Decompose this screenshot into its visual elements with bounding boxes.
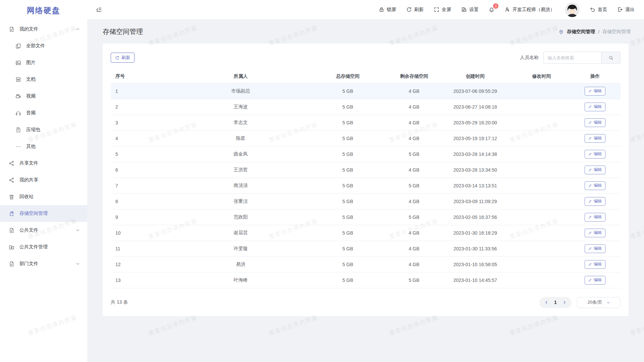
cell-remaining: 4 GB xyxy=(391,256,437,272)
cell-modified xyxy=(514,272,570,288)
next-page-button[interactable] xyxy=(560,298,569,307)
cell-owner: 叶海峰 xyxy=(177,272,305,288)
edit-button[interactable]: 编辑 xyxy=(585,134,605,143)
cell-created: 2023-07-06 09:55:29 xyxy=(437,83,514,99)
page-size-select[interactable]: 20条/页 xyxy=(577,297,621,308)
breadcrumb-root[interactable]: 存储空间管理 xyxy=(567,29,595,35)
user-menu[interactable]: 开发工程师（易洪） xyxy=(504,7,555,13)
sidebar-item-other[interactable]: 其他 xyxy=(0,138,87,155)
sidebar-item-public-file-management[interactable]: 公共文件管理 xyxy=(0,239,87,255)
column-header: 总存储空间 xyxy=(305,70,391,83)
home-button[interactable]: 首页 xyxy=(590,7,607,13)
refresh-table-button[interactable]: 刷新 xyxy=(111,53,135,63)
cell-remaining: 5 GB xyxy=(391,272,437,288)
edit-button[interactable]: 编辑 xyxy=(585,244,605,253)
edit-button[interactable]: 编辑 xyxy=(585,276,605,285)
audio-icon xyxy=(15,110,21,116)
current-page[interactable]: 1 xyxy=(551,300,560,305)
cell-no: 9 xyxy=(111,209,177,225)
edit-button[interactable]: 编辑 xyxy=(585,118,605,127)
edit-button[interactable]: 编辑 xyxy=(585,229,605,237)
sidebar-item-label: 公共文件管理 xyxy=(19,244,48,250)
search-button[interactable] xyxy=(601,52,621,64)
refresh-page-label: 刷新 xyxy=(414,7,424,13)
sidebar-item-images[interactable]: 图片 xyxy=(0,54,87,71)
breadcrumb-separator: / xyxy=(598,29,599,35)
search-input[interactable] xyxy=(543,52,601,64)
edit-button[interactable]: 编辑 xyxy=(585,87,605,96)
edit-button-label: 编辑 xyxy=(594,230,602,236)
prev-page-button[interactable] xyxy=(542,298,551,307)
edit-button[interactable]: 编辑 xyxy=(585,181,605,190)
cell-owner: 许雯璇 xyxy=(177,241,305,256)
cell-modified xyxy=(514,115,570,130)
logout-icon xyxy=(617,7,623,12)
sidebar-item-all-files[interactable]: 全部文件 xyxy=(0,38,87,54)
sidebar-item-label: 存储空间管理 xyxy=(19,210,48,217)
breadcrumb-current: 存储空间管理 xyxy=(602,29,631,35)
refresh-table-label: 刷新 xyxy=(121,55,130,61)
page-size-value: 20条/页 xyxy=(587,299,602,305)
pencil-icon xyxy=(588,168,592,172)
cell-modified xyxy=(514,83,570,99)
pencil-icon xyxy=(588,152,592,156)
pencil-icon xyxy=(588,231,592,235)
cell-actions: 编辑 xyxy=(570,99,621,115)
column-header: 操作 xyxy=(570,70,621,83)
table-row: 11许雯璇5 GB4 GB2023-01-30 11:33:56编辑 xyxy=(111,241,621,256)
avatar-image xyxy=(565,2,580,17)
sidebar-item-my-files[interactable]: 我的文件 xyxy=(0,21,87,38)
table-row: 1市场副总5 GB4 GB2023-07-06 09:55:29编辑 xyxy=(111,83,621,99)
home-back-icon xyxy=(590,7,595,12)
sidebar-item-shared-files[interactable]: 共享文件 xyxy=(0,155,87,172)
chevron-down-icon xyxy=(76,228,80,232)
fullscreen-button[interactable]: 全屏 xyxy=(434,7,451,13)
column-header: 修改时间 xyxy=(514,70,570,83)
sidebar-item-recycle-bin[interactable]: 回收站 xyxy=(0,188,87,205)
cell-created: 2023-06-27 14:08:18 xyxy=(437,99,514,115)
column-header: 序号 xyxy=(111,70,177,83)
edit-button[interactable]: 编辑 xyxy=(585,197,605,206)
cell-total: 5 GB xyxy=(305,225,391,241)
notifications-button[interactable]: 3 xyxy=(489,7,494,12)
lock-screen-label: 锁屏 xyxy=(387,7,396,13)
sidebar-item-archives[interactable]: 压缩包 xyxy=(0,121,87,138)
sidebar-item-public-files[interactable]: 公共文件 xyxy=(0,222,87,239)
sidebar-item-videos[interactable]: 视频 xyxy=(0,88,87,105)
pencil-icon xyxy=(588,136,592,140)
edit-button[interactable]: 编辑 xyxy=(585,103,605,111)
edit-button[interactable]: 编辑 xyxy=(585,260,605,269)
cell-no: 3 xyxy=(111,115,177,130)
cell-remaining: 4 GB xyxy=(391,83,437,99)
logout-button[interactable]: 退出 xyxy=(617,7,635,13)
cell-no: 13 xyxy=(111,272,177,288)
menu-fold-icon[interactable] xyxy=(95,6,102,13)
sidebar-item-my-shares[interactable]: 我的共享 xyxy=(0,172,87,188)
sidebar-item-audio[interactable]: 音频 xyxy=(0,105,87,121)
cell-no: 1 xyxy=(111,83,177,99)
avatar[interactable] xyxy=(565,2,580,17)
cell-remaining: 4 GB xyxy=(391,193,437,209)
settings-button[interactable]: 设置 xyxy=(461,7,479,13)
main-content: 存储空间管理 存储空间管理 / 存储空间管理 刷新 人员名称 xyxy=(87,19,644,316)
sidebar-item-department-files[interactable]: 部门文件 xyxy=(0,255,87,272)
refresh-page-button[interactable]: 刷新 xyxy=(406,7,424,13)
edit-button[interactable]: 编辑 xyxy=(585,213,605,222)
pencil-icon xyxy=(588,247,592,250)
watermark-text: 重要信息请勿泄漏 xyxy=(508,313,559,337)
sidebar-item-documents[interactable]: 文档 xyxy=(0,71,87,88)
pencil-icon xyxy=(588,278,592,282)
edit-button[interactable]: 编辑 xyxy=(585,150,605,159)
storage-table: 序号所属人总存储空间剩余存储空间创建时间修改时间操作 1市场副总5 GB4 GB… xyxy=(111,70,621,288)
document-icon xyxy=(9,261,14,267)
page-title: 存储空间管理 xyxy=(103,27,143,36)
edit-button[interactable]: 编辑 xyxy=(585,166,605,174)
watermark-text: 重要信息请勿泄漏 xyxy=(388,313,439,337)
lock-screen-button[interactable]: 锁屏 xyxy=(379,7,396,13)
user-role-label: 开发工程师（易洪） xyxy=(513,7,555,13)
cell-total: 5 GB xyxy=(305,146,391,162)
cell-total: 5 GB xyxy=(305,162,391,178)
watermark-text: 重要信息请勿泄漏 xyxy=(268,313,318,337)
sidebar-item-storage-management[interactable]: 存储空间管理 xyxy=(0,205,87,222)
app-logo: 网络硬盘 xyxy=(0,0,87,21)
